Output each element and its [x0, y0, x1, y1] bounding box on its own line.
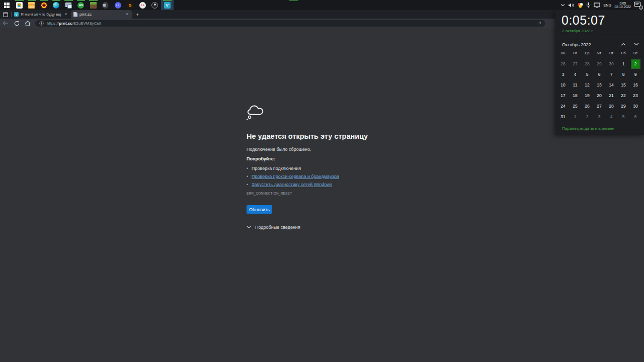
- calendar-day[interactable]: 17: [557, 90, 569, 101]
- back-button[interactable]: [0, 19, 11, 28]
- tab-actions-menu-button[interactable]: [0, 10, 11, 19]
- url-text: https://prnt.sc/E2uEVMSyCelt: [47, 21, 101, 26]
- calendar-day[interactable]: 19: [581, 90, 593, 101]
- taskbar-app-file-explorer[interactable]: [26, 0, 38, 10]
- volume-icon[interactable]: [568, 3, 575, 8]
- day-header: Ср: [581, 51, 593, 57]
- suggestion-link[interactable]: Проверка прокси-сервера и брандмауэра: [252, 174, 339, 179]
- calendar-day[interactable]: 3: [557, 69, 569, 80]
- calendar-day[interactable]: 25: [569, 101, 581, 112]
- refresh-button[interactable]: [11, 19, 22, 28]
- day-header: Пт: [605, 51, 617, 57]
- page-favicon: [73, 12, 77, 17]
- calendar-day[interactable]: 14: [605, 80, 617, 90]
- calendar-day[interactable]: 21: [605, 90, 617, 101]
- calendar-day[interactable]: 9: [629, 69, 641, 80]
- tab-active[interactable]: prnt.sc ×: [71, 10, 132, 19]
- tray-clock[interactable]: 0:05 02.10.2022: [614, 2, 631, 9]
- bullet-icon: •: [247, 182, 252, 187]
- taskbar-app-v-browser[interactable]: V: [161, 0, 174, 10]
- start-button[interactable]: [0, 0, 13, 10]
- day-header: Чт: [593, 51, 605, 57]
- calendar-day[interactable]: 30: [605, 59, 617, 69]
- taskbar-app-obs-studio[interactable]: [149, 0, 162, 10]
- details-toggle[interactable]: Подробные сведения: [247, 225, 300, 230]
- calendar-prev-month-button[interactable]: [620, 41, 627, 47]
- taskbar-app-discord[interactable]: [112, 0, 124, 10]
- calendar-day[interactable]: 18: [569, 90, 581, 101]
- taskbar-app-microsoft-store[interactable]: [13, 0, 26, 10]
- calendar-day[interactable]: 13: [593, 80, 605, 90]
- calendar-day[interactable]: 26: [581, 101, 593, 112]
- tab-close-icon[interactable]: ×: [125, 12, 130, 17]
- language-indicator[interactable]: ENG: [603, 4, 611, 7]
- calendar-day[interactable]: 16: [629, 80, 641, 90]
- calendar-day[interactable]: 24: [557, 101, 569, 112]
- calendar-day[interactable]: 26: [557, 59, 569, 69]
- calendar-day[interactable]: 7: [605, 69, 617, 80]
- microphone-icon[interactable]: [586, 2, 591, 8]
- calendar-day[interactable]: 5: [581, 69, 593, 80]
- calendar-next-month-button[interactable]: [633, 41, 640, 47]
- calendar-day[interactable]: 1: [569, 112, 581, 122]
- date-time-settings-link[interactable]: Параметры даты и времени: [562, 126, 614, 131]
- taskbar-app-mouse-app[interactable]: [136, 0, 149, 10]
- calendar-day[interactable]: 27: [569, 59, 581, 69]
- calendar-day[interactable]: 2: [581, 112, 593, 122]
- address-bar[interactable]: https://prnt.sc/E2uEVMSyCelt: [35, 20, 545, 27]
- url-domain: prnt.sc: [59, 21, 72, 26]
- calendar-day[interactable]: 29: [593, 59, 605, 69]
- taskbar-app-this-pc[interactable]: [62, 0, 75, 10]
- tab-inactive[interactable]: V Я мечтал что буду верить в бо ×: [12, 10, 71, 19]
- network-display-icon[interactable]: [594, 3, 600, 8]
- tab-close-icon[interactable]: ×: [63, 12, 68, 17]
- taskbar-app-edge-browser[interactable]: [50, 0, 63, 10]
- calendar-day[interactable]: 20: [593, 90, 605, 101]
- tray-expand-chevron-icon[interactable]: [560, 4, 565, 7]
- taskbar-app-hs-app[interactable]: HS: [75, 0, 88, 10]
- address-bar-action-icon[interactable]: [537, 19, 541, 28]
- calendar-day[interactable]: 28: [581, 59, 593, 69]
- chevron-down-icon: [247, 226, 251, 229]
- home-button[interactable]: [22, 19, 33, 28]
- refresh-page-button[interactable]: Обновить: [247, 205, 272, 214]
- calendar-day[interactable]: 6: [629, 112, 641, 122]
- taskbar-app-eclipse-app[interactable]: [100, 0, 112, 10]
- microsoft-store-icon: [16, 2, 23, 9]
- taskbar-app-sublime-text[interactable]: S: [124, 0, 137, 10]
- calendar-day[interactable]: 22: [617, 90, 629, 101]
- calendar-day[interactable]: 8: [617, 69, 629, 80]
- taskbar-app-red-dial-app[interactable]: [38, 0, 50, 10]
- clock-date-link[interactable]: 2 октября 2022 г.: [562, 29, 593, 33]
- site-info-icon[interactable]: [39, 21, 44, 26]
- calendar-day[interactable]: 27: [593, 101, 605, 112]
- calendar-day[interactable]: 12: [581, 80, 593, 90]
- calendar-day[interactable]: 30: [629, 101, 641, 112]
- calendar-day[interactable]: 4: [569, 69, 581, 80]
- taskbar-app-minecraft[interactable]: [87, 0, 100, 10]
- calendar-day[interactable]: 31: [557, 112, 569, 122]
- calendar-day[interactable]: 4: [605, 112, 617, 122]
- calendar-day[interactable]: 1: [617, 59, 629, 69]
- calendar-day-today[interactable]: 2: [629, 59, 641, 69]
- calendar-day[interactable]: 15: [617, 80, 629, 90]
- tray-color-app-icon[interactable]: [578, 3, 583, 8]
- calendar-day[interactable]: 11: [569, 80, 581, 90]
- calendar-grid: 2627282930123456789101112131415161718192…: [557, 59, 641, 122]
- suggestion-link[interactable]: Запустить диагностику сетей Windows: [252, 182, 332, 187]
- notification-count-badge: 1: [639, 6, 643, 10]
- this-pc-icon: [65, 2, 72, 9]
- action-center-button[interactable]: 1: [634, 2, 642, 9]
- calendar-day[interactable]: 10: [557, 80, 569, 90]
- calendar-day[interactable]: 23: [629, 90, 641, 101]
- calendar-day[interactable]: 3: [593, 112, 605, 122]
- calendar-day[interactable]: 29: [617, 101, 629, 112]
- calendar-day[interactable]: 28: [605, 101, 617, 112]
- running-indicator: [77, 0, 86, 1]
- taskbar-apps: HSSV: [13, 0, 174, 10]
- calendar-day[interactable]: 5: [617, 112, 629, 122]
- browser-toolbar: https://prnt.sc/E2uEVMSyCelt: [0, 19, 644, 28]
- new-tab-button[interactable]: +: [132, 10, 142, 19]
- calendar-day[interactable]: 6: [593, 69, 605, 80]
- error-title: Не удается открыть эту страницу: [247, 132, 368, 140]
